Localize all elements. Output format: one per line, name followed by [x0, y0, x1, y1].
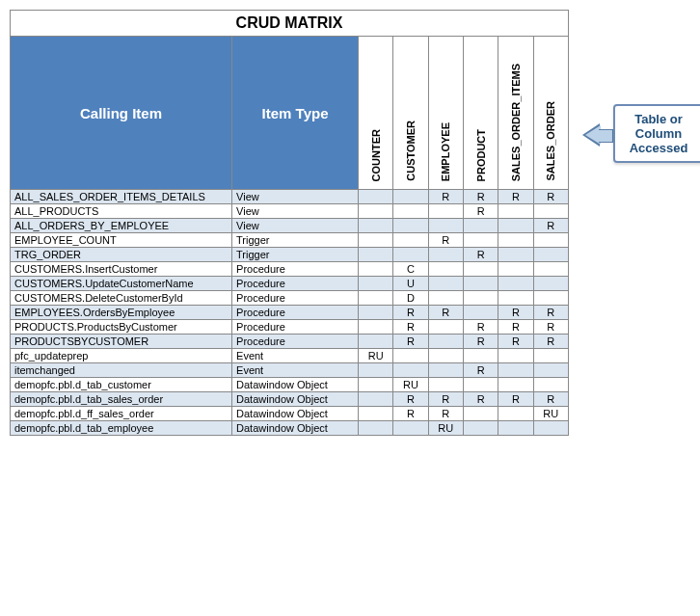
cell-crud-value [533, 363, 568, 378]
cell-crud-value: R [533, 335, 568, 349]
cell-crud-value [463, 378, 498, 392]
cell-calling-item: ALL_ORDERS_BY_EMPLOYEE [11, 219, 232, 233]
cell-calling-item: itemchanged [11, 363, 232, 378]
cell-crud-value: R [393, 335, 428, 349]
cell-crud-value: R [533, 320, 568, 335]
cell-item-type: Event [232, 363, 359, 378]
table-row: EMPLOYEES.OrdersByEmployeeProcedureRRRR [11, 306, 569, 320]
cell-crud-value [359, 320, 393, 335]
cell-crud-value [359, 233, 393, 248]
cell-crud-value [498, 291, 533, 306]
cell-calling-item: EMPLOYEE_COUNT [11, 233, 232, 248]
cell-item-type: Procedure [232, 320, 359, 335]
cell-crud-value [428, 204, 463, 219]
table-row: CUSTOMERS.InsertCustomerProcedureC [11, 262, 569, 277]
header-column: COUNTER [359, 37, 393, 190]
cell-crud-value [533, 291, 568, 306]
cell-crud-value [359, 277, 393, 291]
cell-crud-value [498, 421, 533, 436]
cell-calling-item: demopfc.pbl.d_tab_sales_order [11, 392, 232, 407]
table-row: TRG_ORDERTriggerR [11, 248, 569, 262]
cell-crud-value [428, 335, 463, 349]
header-column: SALES_ORDER_ITEMS [498, 37, 533, 190]
cell-item-type: View [232, 219, 359, 233]
cell-crud-value [533, 248, 568, 262]
cell-item-type: View [232, 204, 359, 219]
cell-crud-value: R [428, 407, 463, 421]
page-title: CRUD MATRIX [11, 11, 569, 37]
cell-crud-value [393, 190, 428, 204]
cell-crud-value [393, 349, 428, 363]
cell-calling-item: ALL_SALES_ORDER_ITEMS_DETAILS [11, 190, 232, 204]
cell-item-type: Procedure [232, 277, 359, 291]
table-row: pfc_updateprepEventRU [11, 349, 569, 363]
cell-crud-value [359, 190, 393, 204]
cell-crud-value [359, 204, 393, 219]
cell-item-type: Datawindow Object [232, 378, 359, 392]
cell-crud-value: R [498, 320, 533, 335]
cell-crud-value [463, 349, 498, 363]
cell-crud-value [463, 277, 498, 291]
cell-crud-value: RU [359, 349, 393, 363]
cell-crud-value [498, 219, 533, 233]
table-row: CUSTOMERS.UpdateCustomerNameProcedureU [11, 277, 569, 291]
cell-item-type: Procedure [232, 291, 359, 306]
cell-crud-value [533, 233, 568, 248]
cell-calling-item: demopfc.pbl.d_tab_customer [11, 378, 232, 392]
cell-crud-value: R [463, 204, 498, 219]
cell-calling-item: PRODUCTS.ProductsByCustomer [11, 320, 232, 335]
cell-crud-value [359, 363, 393, 378]
cell-crud-value [533, 349, 568, 363]
cell-crud-value [428, 219, 463, 233]
cell-crud-value: R [498, 392, 533, 407]
cell-crud-value [428, 349, 463, 363]
cell-crud-value [359, 378, 393, 392]
cell-crud-value [359, 248, 393, 262]
cell-item-type: Procedure [232, 335, 359, 349]
cell-item-type: Datawindow Object [232, 407, 359, 421]
cell-crud-value [428, 277, 463, 291]
cell-crud-value [498, 262, 533, 277]
cell-calling-item: PRODUCTSBYCUSTOMER [11, 335, 232, 349]
cell-crud-value: R [463, 363, 498, 378]
table-row: demopfc.pbl.d_tab_employeeDatawindow Obj… [11, 421, 569, 436]
cell-crud-value [359, 421, 393, 436]
cell-item-type: View [232, 190, 359, 204]
table-row: PRODUCTS.ProductsByCustomerProcedureRRRR [11, 320, 569, 335]
cell-calling-item: ALL_PRODUCTS [11, 204, 232, 219]
cell-crud-value [498, 204, 533, 219]
cell-crud-value [359, 306, 393, 320]
cell-calling-item: pfc_updateprep [11, 349, 232, 363]
cell-crud-value: R [393, 407, 428, 421]
cell-crud-value: RU [428, 421, 463, 436]
cell-item-type: Datawindow Object [232, 392, 359, 407]
cell-calling-item: CUSTOMERS.UpdateCustomerName [11, 277, 232, 291]
crud-matrix-table: CRUD MATRIX Calling Item Item Type COUNT… [10, 10, 569, 436]
cell-crud-value [393, 363, 428, 378]
cell-crud-value [359, 392, 393, 407]
cell-crud-value: R [463, 392, 498, 407]
cell-crud-value [498, 248, 533, 262]
cell-crud-value: R [393, 392, 428, 407]
cell-crud-value [533, 277, 568, 291]
header-item-type: Item Type [232, 37, 359, 190]
callout-tables-accessed: Table or Column Accessed [613, 104, 700, 163]
cell-crud-value [463, 306, 498, 320]
cell-crud-value [428, 378, 463, 392]
cell-crud-value [463, 421, 498, 436]
arrow-left-icon [585, 125, 601, 145]
cell-crud-value [359, 262, 393, 277]
cell-crud-value [359, 219, 393, 233]
header-calling-item: Calling Item [11, 37, 232, 190]
table-row: ALL_PRODUCTSViewR [11, 204, 569, 219]
header-column: PRODUCT [463, 37, 498, 190]
header-column: EMPLOYEE [428, 37, 463, 190]
cell-crud-value [498, 363, 533, 378]
header-column: SALES_ORDER [533, 37, 568, 190]
cell-item-type: Event [232, 349, 359, 363]
cell-crud-value: C [393, 262, 428, 277]
cell-crud-value [463, 407, 498, 421]
cell-calling-item: TRG_ORDER [11, 248, 232, 262]
table-row: ALL_ORDERS_BY_EMPLOYEEViewR [11, 219, 569, 233]
cell-crud-value [428, 363, 463, 378]
